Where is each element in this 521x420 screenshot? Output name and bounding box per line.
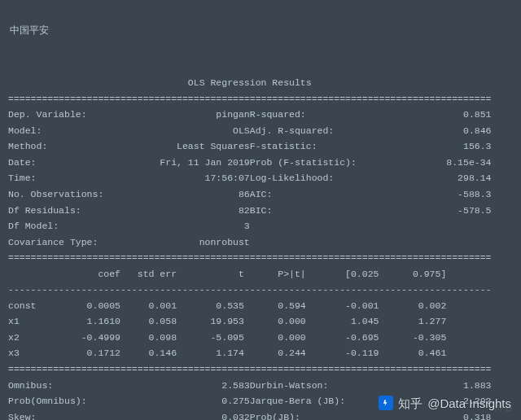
heading-cn: 中国平安	[8, 23, 513, 44]
ols-report-block: OLS Regression Results =================…	[8, 59, 513, 420]
ols-output: 中国平安 OLS Regression Results ============…	[0, 0, 521, 420]
